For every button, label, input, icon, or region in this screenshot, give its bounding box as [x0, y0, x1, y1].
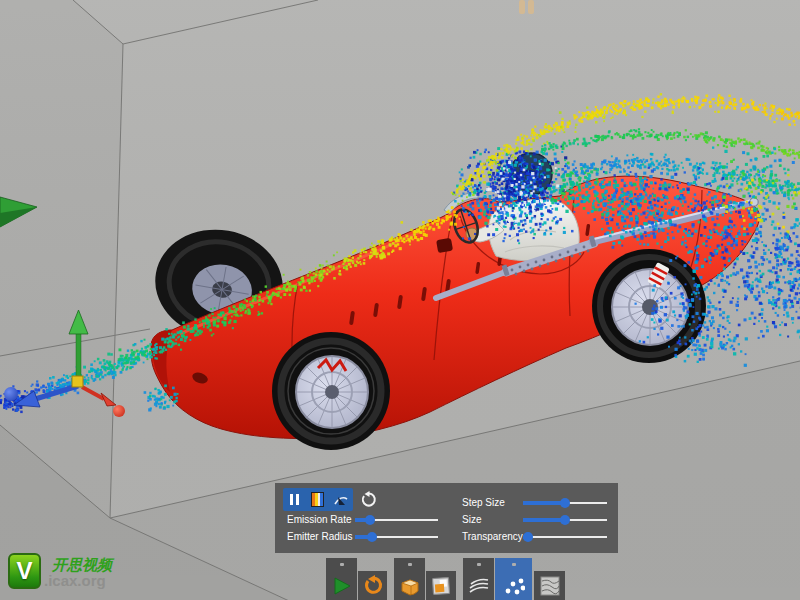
emitter-radius-label: Emitter Radius: [287, 531, 353, 543]
watermark-site: .icax.org: [44, 572, 106, 589]
emission-rate-label: Emission Rate: [287, 514, 351, 526]
clipboard-icon: [430, 575, 452, 597]
tab-dot: [340, 563, 344, 566]
slider-knob[interactable]: [365, 515, 375, 525]
tool-streamlines[interactable]: [463, 558, 494, 600]
icax-logo: V: [8, 553, 41, 589]
slider-knob[interactable]: [560, 498, 570, 508]
slider-knob[interactable]: [367, 532, 377, 542]
particle-settings-panel: Emission Rate Emitter Radius Step Size S…: [275, 483, 618, 553]
probe-cursor-icon: [333, 492, 349, 508]
transparency-label: Transparency: [462, 531, 523, 543]
red-handle-sphere[interactable]: [113, 405, 125, 417]
colormap-button[interactable]: [309, 491, 327, 509]
probe-button[interactable]: [332, 491, 350, 509]
transparency-slider[interactable]: [523, 531, 607, 543]
streamlines-icon: [468, 575, 490, 597]
emitter-radius-slider[interactable]: [355, 531, 438, 543]
texture-icon: [539, 575, 561, 597]
tool-reset[interactable]: [358, 571, 387, 600]
reset-icon: [360, 491, 377, 508]
tab-dot: [477, 563, 481, 566]
step-size-slider[interactable]: [523, 497, 607, 509]
logo-letter: V: [16, 557, 32, 584]
front-wheel: [272, 332, 390, 450]
step-size-label: Step Size: [462, 497, 505, 509]
tool-particles[interactable]: [495, 558, 532, 600]
reset-icon: [362, 575, 384, 597]
playback-button-group: [283, 488, 353, 511]
pause-icon: [290, 494, 299, 505]
reset-simulation-button[interactable]: [359, 490, 377, 508]
solid-box-icon: [399, 575, 421, 597]
size-slider[interactable]: [523, 514, 607, 526]
tool-solid[interactable]: [394, 558, 425, 600]
blue-handle-sphere[interactable]: [4, 387, 18, 401]
colormap-icon: [311, 492, 324, 507]
pause-button[interactable]: [286, 491, 304, 509]
emission-rate-slider[interactable]: [355, 514, 438, 526]
slider-knob[interactable]: [523, 532, 533, 542]
size-label: Size: [462, 514, 481, 526]
particles-icon: [503, 575, 525, 597]
slider-knob[interactable]: [560, 515, 570, 525]
tool-texture[interactable]: [534, 571, 565, 600]
tool-clipboard[interactable]: [426, 571, 456, 600]
tab-dot: [512, 563, 516, 566]
play-icon: [331, 575, 353, 597]
tool-play[interactable]: [326, 558, 357, 600]
application-window: Emission Rate Emitter Radius Step Size S…: [0, 0, 800, 600]
tab-dot: [408, 563, 412, 566]
